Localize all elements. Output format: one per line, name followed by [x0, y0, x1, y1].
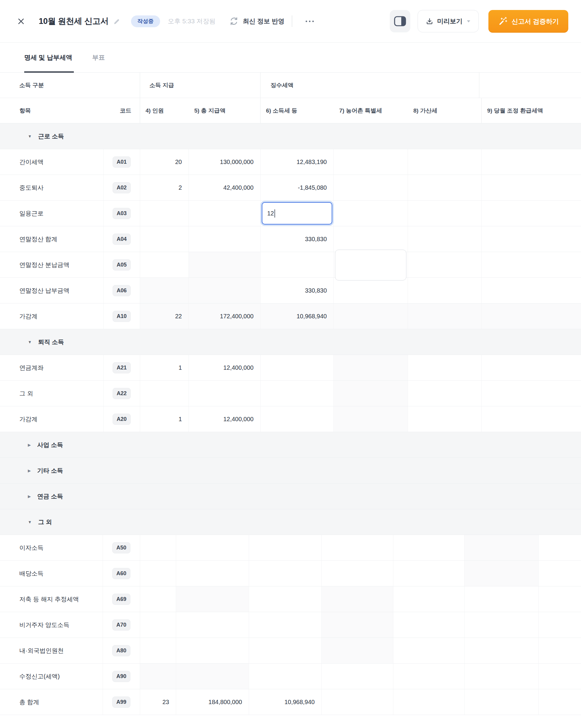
amount-cell[interactable]	[140, 381, 189, 406]
amount-cell[interactable]	[189, 201, 260, 226]
amount-cell[interactable]	[176, 535, 249, 561]
section-row[interactable]: 퇴직 소득	[0, 329, 581, 355]
amount-cell[interactable]	[394, 561, 464, 586]
amount-cell[interactable]	[464, 612, 539, 638]
amount-cell[interactable]	[249, 638, 322, 663]
side-panel-toggle-button[interactable]	[390, 10, 410, 32]
refresh-latest-button[interactable]: 최신 정보 반영	[229, 17, 284, 26]
amount-cell[interactable]	[260, 252, 334, 278]
amount-cell[interactable]	[539, 638, 581, 663]
amount-cell[interactable]	[140, 612, 176, 638]
amount-cell[interactable]	[322, 535, 394, 561]
amount-cell[interactable]	[176, 638, 249, 663]
section-row[interactable]: 기타 소득	[0, 458, 581, 484]
amount-cell[interactable]: 12,483,190	[260, 149, 334, 175]
amount-cell[interactable]	[249, 587, 322, 612]
amount-cell[interactable]	[408, 406, 482, 432]
amount-cell[interactable]	[482, 278, 581, 303]
amount-cell[interactable]	[482, 406, 581, 432]
amount-cell[interactable]: 10,968,940	[260, 304, 334, 329]
amount-cell[interactable]	[334, 149, 408, 175]
amount-cell[interactable]	[176, 561, 249, 586]
amount-cell[interactable]	[394, 587, 464, 612]
amount-cell[interactable]	[334, 304, 408, 329]
amount-cell[interactable]	[482, 226, 581, 252]
amount-cell[interactable]	[249, 561, 322, 586]
amount-cell[interactable]	[334, 175, 408, 200]
section-row[interactable]: 연금 소득	[0, 484, 581, 509]
amount-cell[interactable]	[408, 381, 482, 406]
tab-appendix[interactable]: 부표	[92, 43, 105, 72]
amount-cell[interactable]	[394, 612, 464, 638]
amount-cell[interactable]	[176, 587, 249, 612]
amount-cell[interactable]	[464, 535, 539, 561]
preview-button[interactable]: 미리보기	[418, 10, 479, 32]
amount-cell[interactable]	[249, 612, 322, 638]
amount-cell[interactable]: 12,400,000	[189, 355, 260, 380]
amount-cell[interactable]: 330,830	[260, 278, 334, 303]
section-row[interactable]: 그 외	[0, 509, 581, 535]
amount-cell[interactable]	[334, 406, 408, 432]
close-button[interactable]	[17, 18, 25, 25]
amount-cell[interactable]	[322, 587, 394, 612]
amount-cell[interactable]	[140, 561, 176, 586]
amount-cell[interactable]	[408, 201, 482, 226]
amount-cell[interactable]: -1,845,080	[260, 175, 334, 200]
amount-cell[interactable]	[249, 664, 322, 689]
amount-cell[interactable]	[189, 252, 260, 278]
amount-cell[interactable]	[140, 201, 189, 226]
amount-cell[interactable]	[322, 561, 394, 586]
amount-cell[interactable]	[322, 638, 394, 663]
amount-cell[interactable]	[189, 381, 260, 406]
amount-cell[interactable]	[482, 175, 581, 200]
amount-cell[interactable]: 1	[140, 355, 189, 380]
tab-detail-and-payment[interactable]: 명세 및 납부세액	[24, 43, 72, 72]
amount-cell[interactable]	[140, 535, 176, 561]
amount-cell[interactable]: 23	[140, 689, 176, 715]
amount-cell[interactable]	[482, 201, 581, 226]
amount-cell[interactable]	[189, 226, 260, 252]
amount-cell[interactable]	[539, 587, 581, 612]
focused-cell-input[interactable]: 12	[262, 202, 332, 225]
amount-cell[interactable]	[408, 355, 482, 380]
amount-cell[interactable]: 130,000,000	[189, 149, 260, 175]
amount-cell[interactable]	[464, 689, 539, 715]
amount-cell[interactable]: 184,800,000	[176, 689, 249, 715]
amount-cell[interactable]	[539, 535, 581, 561]
amount-cell[interactable]	[408, 304, 482, 329]
amount-cell[interactable]: 10,968,940	[249, 689, 322, 715]
amount-cell[interactable]	[140, 638, 176, 663]
amount-cell[interactable]: 12,400,000	[189, 406, 260, 432]
amount-cell[interactable]: 20	[140, 149, 189, 175]
amount-cell[interactable]: 1	[140, 406, 189, 432]
amount-cell[interactable]	[334, 381, 408, 406]
amount-cell[interactable]	[334, 355, 408, 380]
amount-cell[interactable]	[140, 587, 176, 612]
amount-cell[interactable]	[464, 561, 539, 586]
section-row[interactable]: 사업 소득	[0, 432, 581, 458]
amount-cell[interactable]: 22	[140, 304, 189, 329]
amount-cell[interactable]	[176, 664, 249, 689]
amount-cell[interactable]	[334, 252, 408, 278]
amount-cell[interactable]	[394, 535, 464, 561]
amount-cell[interactable]: 12	[260, 201, 334, 226]
amount-cell[interactable]	[140, 252, 189, 278]
amount-cell[interactable]	[189, 278, 260, 303]
amount-cell[interactable]	[539, 664, 581, 689]
amount-cell[interactable]	[394, 664, 464, 689]
validate-report-button[interactable]: 신고서 검증하기	[488, 10, 568, 33]
amount-cell[interactable]	[334, 201, 408, 226]
amount-cell[interactable]	[482, 381, 581, 406]
active-cell-input[interactable]	[335, 250, 406, 281]
amount-cell[interactable]	[482, 355, 581, 380]
amount-cell[interactable]	[260, 355, 334, 380]
amount-cell[interactable]	[260, 381, 334, 406]
amount-cell[interactable]: 172,400,000	[189, 304, 260, 329]
amount-cell[interactable]	[322, 689, 394, 715]
amount-cell[interactable]	[482, 304, 581, 329]
amount-cell[interactable]	[140, 226, 189, 252]
amount-cell[interactable]	[539, 561, 581, 586]
amount-cell[interactable]	[334, 278, 408, 303]
amount-cell[interactable]	[408, 226, 482, 252]
amount-cell[interactable]	[334, 226, 408, 252]
